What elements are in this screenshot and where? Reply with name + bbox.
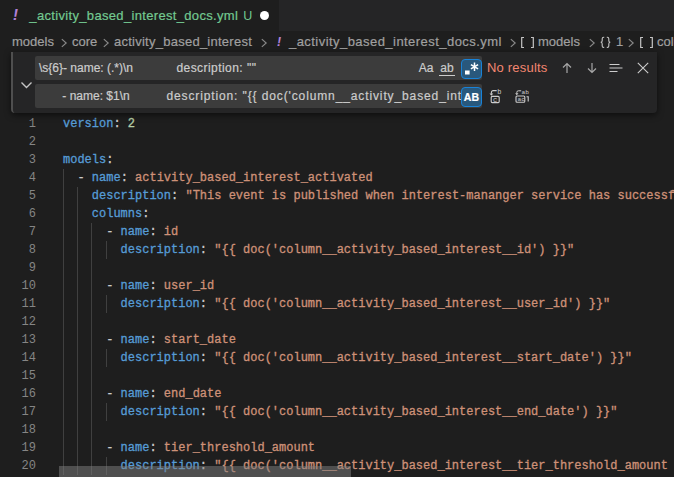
svg-text:b: b [497,88,501,96]
svg-text:ac: ac [518,96,526,103]
svg-text:c: c [493,96,497,104]
svg-text:ab: ab [522,89,530,96]
